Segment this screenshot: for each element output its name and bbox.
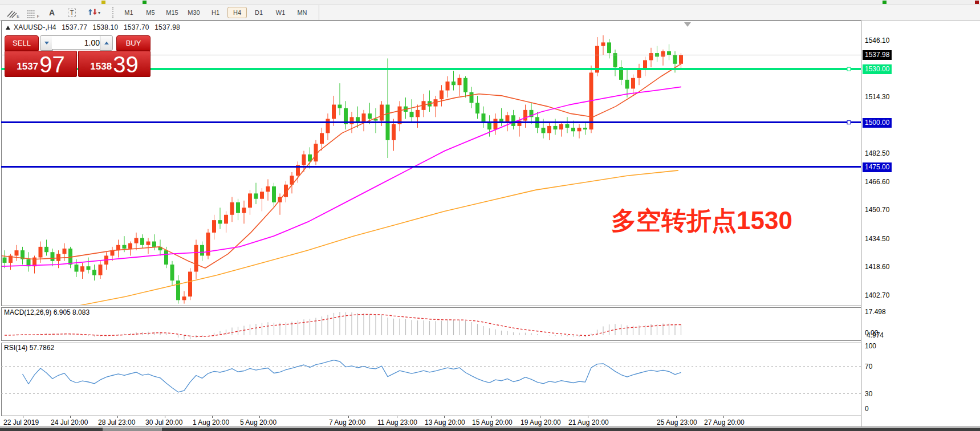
ohlc-low: 1537.70 [124, 23, 149, 31]
mt4-window: E F A T ▾ M1M5M15M30H1H4D1W1MN [0, 0, 980, 431]
level-tag-1500[interactable]: 1500.00 [863, 118, 892, 128]
ask-price-small: 1538 [90, 61, 112, 72]
current-price-tag: 1537.98 [863, 50, 892, 60]
bid-price-small: 1537 [17, 61, 38, 72]
ask-price-big: 39 [113, 52, 139, 77]
rsi-scale-70: 70 [865, 363, 872, 371]
rsi-scale-100: 100 [865, 342, 876, 350]
macd-scale-min: 4.974 [867, 331, 884, 339]
level-tag-1475[interactable]: 1475.00 [863, 162, 892, 172]
time-label[interactable]: 1 Aug 20:00 [193, 418, 229, 426]
sell-button[interactable]: SELL [5, 35, 39, 51]
time-label[interactable]: 13 Aug 20:00 [425, 418, 465, 426]
price-tick-1434.50: 1434.50 [865, 235, 889, 243]
volume-increase-button[interactable] [100, 35, 113, 51]
time-label[interactable]: 19 Aug 20:00 [521, 418, 561, 426]
ma-mid [0, 87, 681, 266]
chart-annotation-text[interactable]: 多空转折点1530 [611, 204, 792, 238]
price-tick-1546.10: 1546.10 [865, 36, 889, 44]
ohlc-close: 1537.98 [154, 23, 180, 31]
active-tab-indicator [103, 428, 162, 431]
spinner-up-icon [104, 42, 109, 44]
hline-1530-handle [847, 67, 851, 71]
volume-decrease-button[interactable] [40, 35, 53, 51]
time-label[interactable]: 28 Jul 23:00 [98, 418, 135, 426]
price-tick-1466.60: 1466.60 [865, 178, 889, 186]
time-label[interactable]: 21 Aug 20:00 [568, 418, 609, 426]
collapse-triangle-icon[interactable] [6, 26, 10, 30]
hline-1500-handle [847, 121, 851, 124]
ma-fast [0, 64, 681, 269]
macd-signal-line [5, 314, 681, 336]
price-tick-1418.60: 1418.60 [865, 263, 889, 271]
chart-title-bar: XAUUSD-,H4 1537.77 1538.10 1537.70 1537.… [6, 23, 184, 31]
time-label[interactable]: 5 Aug 20:00 [240, 418, 276, 426]
time-label[interactable]: 25 Aug 23:00 [657, 418, 697, 426]
price-tick-1450.70: 1450.70 [865, 206, 889, 214]
bottom-tab-strip[interactable] [0, 428, 980, 431]
rsi-scale-30: 30 [865, 390, 872, 398]
ask-price-panel[interactable]: 1538 39 [78, 51, 151, 77]
ma-slow [80, 170, 678, 306]
price-tick-1402.70: 1402.70 [865, 291, 889, 299]
volume-input[interactable] [52, 35, 104, 50]
rsi-indicator-label: RSI(14) 57.7862 [4, 344, 54, 352]
rsi-line [23, 360, 681, 392]
time-label[interactable]: 7 Aug 20:00 [329, 418, 365, 426]
time-label[interactable]: 24 Jul 20:00 [51, 418, 88, 426]
time-label[interactable]: 30 Jul 20:00 [145, 418, 182, 426]
time-label[interactable]: 15 Aug 20:00 [472, 418, 513, 426]
price-tick-1514.30: 1514.30 [865, 93, 889, 101]
symbol-timeframe: XAUUSD-,H4 [14, 23, 56, 31]
buy-button[interactable]: BUY [116, 35, 151, 51]
spinner-down-icon [44, 42, 49, 44]
time-label[interactable]: 11 Aug 23:00 [377, 418, 417, 426]
bid-price-big: 97 [39, 52, 65, 77]
time-label[interactable]: 27 Aug 20:00 [704, 418, 745, 426]
price-shift-marker[interactable] [684, 22, 691, 27]
price-tick-1482.50: 1482.50 [865, 149, 889, 157]
level-tag-1530[interactable]: 1530.00 [863, 64, 892, 74]
ohlc-high: 1538.10 [93, 23, 119, 31]
ohlc-open: 1537.77 [62, 23, 87, 31]
time-label[interactable]: 22 Jul 2019 [3, 418, 39, 426]
bid-price-panel[interactable]: 1537 97 [5, 51, 77, 77]
macd-scale-max: 17.498 [865, 308, 886, 316]
rsi-scale-0: 0 [865, 405, 869, 413]
macd-indicator-label: MACD(12,26,9) 6.905 8.083 [4, 308, 90, 316]
